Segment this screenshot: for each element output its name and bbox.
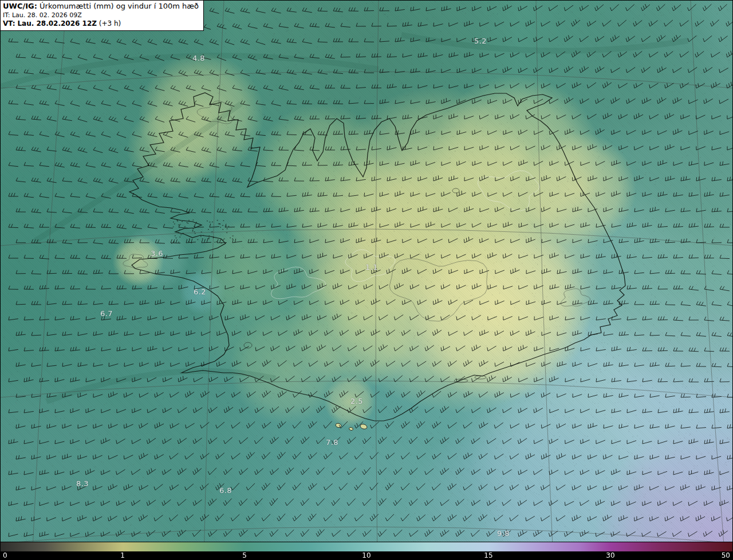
colorbar-tick: 15 (484, 551, 492, 559)
init-value: Lau. 28. 02. 2026 09Z (12, 11, 82, 19)
colorbar-tick: 5 (242, 551, 247, 559)
colorbar-tick: 10 (362, 551, 371, 559)
valid-time-line: VT: Lau. 28.02.2026 12Z (+3 h) (3, 19, 199, 29)
model-label: UWC/IG: (3, 2, 37, 10)
colorbar-tick: 0 (3, 551, 7, 559)
init-time-line: IT: Lau. 28. 02. 2026 09Z (3, 11, 199, 19)
precipitation-wind-map-canvas (1, 1, 733, 560)
valid-value: Lau. 28.02.2026 12Z (17, 19, 97, 27)
colorbar: 01510153050 (1, 542, 732, 559)
title-box: UWC/IG: Úrkomumætti (mm) og vindur í 100… (1, 1, 204, 31)
map-title-line: UWC/IG: Úrkomumætti (mm) og vindur í 100… (3, 2, 199, 11)
weather-map: 4.85.23.66.21.16.72.57.88.36.89.8 UWC/IG… (0, 0, 733, 560)
colorbar-ticks: 01510153050 (1, 551, 732, 560)
colorbar-tick: 30 (606, 551, 614, 559)
colorbar-tick: 1 (120, 551, 125, 559)
valid-label: VT: (3, 19, 15, 27)
init-label: IT: (3, 11, 10, 19)
colorbar-tick: 50 (722, 551, 730, 559)
valid-offset: (+3 h) (99, 19, 121, 27)
colorbar-gradient (1, 542, 732, 551)
map-title: Úrkomumætti (mm) og vindur í 100m hæð (40, 2, 199, 10)
